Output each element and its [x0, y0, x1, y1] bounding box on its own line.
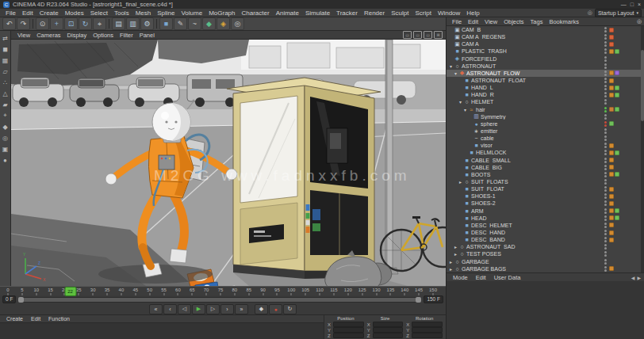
menu-window[interactable]: Window	[435, 10, 463, 17]
history-back-icon[interactable]: ◀	[631, 275, 635, 280]
texture-tag[interactable]	[609, 187, 614, 192]
visibility-dots[interactable]	[604, 85, 607, 90]
range-knob-right[interactable]	[416, 297, 421, 303]
view-layout-3-icon[interactable]: ▭	[424, 31, 432, 39]
menu-sculpt[interactable]: Sculpt	[388, 10, 412, 17]
visibility-dots[interactable]	[604, 114, 607, 120]
visibility-dots[interactable]	[604, 150, 607, 155]
minimize-button[interactable]: —	[621, 2, 627, 7]
texture-tag[interactable]	[609, 49, 614, 54]
expand-icon[interactable]: ▸	[458, 179, 463, 185]
menu-render[interactable]: Render	[361, 10, 388, 17]
visibility-dots[interactable]	[604, 63, 607, 69]
redo-icon[interactable]: ↷	[17, 17, 30, 30]
autokey-button[interactable]: ●	[269, 304, 282, 314]
coord-field-size-z[interactable]	[373, 333, 404, 338]
menu-create[interactable]: Create	[36, 10, 62, 17]
playback-mode-button[interactable]: ↻	[283, 304, 297, 314]
visibility-dot[interactable]	[604, 131, 607, 134]
am-menu-edit[interactable]: Edit	[473, 274, 489, 281]
visibility-dots[interactable]	[604, 186, 607, 192]
expand-icon[interactable]: ▸	[453, 244, 458, 249]
collapse-icon[interactable]: ▾	[453, 70, 458, 76]
visibility-dot[interactable]	[604, 161, 607, 163]
menu-volume[interactable]: Volume	[178, 10, 205, 17]
visibility-dot[interactable]	[604, 165, 607, 167]
texture-tag[interactable]	[609, 266, 614, 271]
texture-tag[interactable]	[609, 223, 614, 227]
object-row[interactable]: ■SUIT_FLOAT	[447, 185, 644, 192]
object-row[interactable]: ■HAND_L	[447, 84, 644, 91]
pen-tool-icon[interactable]: ✎	[174, 17, 187, 30]
object-row[interactable]: ■ASTRONAUT_FLOAT	[447, 77, 644, 84]
target-tag[interactable]	[609, 42, 614, 47]
visibility-dot[interactable]	[604, 240, 607, 242]
next-key-button[interactable]: ›	[220, 304, 234, 314]
menu-animate[interactable]: Animate	[273, 10, 302, 17]
menu-simulate[interactable]: Simulate	[302, 10, 333, 17]
visibility-dots[interactable]	[604, 237, 607, 242]
visibility-dot[interactable]	[604, 110, 607, 112]
visibility-dot[interactable]	[604, 226, 607, 228]
visibility-dot[interactable]	[604, 219, 607, 221]
visibility-dot[interactable]	[604, 269, 607, 272]
visibility-dots[interactable]	[604, 128, 607, 134]
range-start-field[interactable]: 0 F	[2, 295, 16, 303]
object-row[interactable]: ■HAND_R	[447, 91, 644, 98]
phong-tag[interactable]	[615, 93, 619, 97]
object-row[interactable]: ■ARM	[447, 208, 644, 215]
visibility-dot[interactable]	[604, 99, 607, 101]
visibility-dot[interactable]	[604, 114, 607, 116]
target-tag[interactable]	[609, 28, 614, 32]
object-row[interactable]: ▥Symmetry	[447, 113, 644, 120]
visibility-dot[interactable]	[604, 135, 607, 138]
range-knob-left[interactable]	[18, 297, 24, 303]
visibility-dot[interactable]	[604, 193, 607, 196]
visibility-dots[interactable]	[604, 107, 607, 112]
expand-icon[interactable]: ▸	[453, 251, 458, 257]
rotate-tool-icon[interactable]: ↻	[79, 17, 92, 30]
visibility-dot[interactable]	[604, 59, 607, 62]
visibility-dot[interactable]	[604, 107, 607, 109]
menu-file[interactable]: File	[2, 10, 19, 17]
material-menu-edit[interactable]: Edit	[28, 316, 44, 322]
menu-mograph[interactable]: MoGraph	[205, 10, 238, 17]
visibility-dots[interactable]	[604, 34, 607, 40]
visibility-dot[interactable]	[604, 204, 607, 206]
visibility-dots[interactable]	[604, 208, 607, 214]
visibility-dot[interactable]	[604, 70, 607, 73]
visibility-dot[interactable]	[604, 37, 607, 40]
range-slider[interactable]	[18, 297, 421, 303]
viewport-menu-cameras[interactable]: Cameras	[33, 32, 63, 39]
visibility-dots[interactable]	[604, 193, 607, 199]
coord-field-rotation-y[interactable]	[412, 327, 443, 333]
object-row[interactable]: ∗emitter	[447, 128, 644, 135]
phong-tag[interactable]	[615, 172, 619, 177]
object-manager-scrollbar[interactable]	[641, 26, 644, 272]
visibility-dot[interactable]	[604, 244, 607, 246]
render-view-icon[interactable]: ▤	[112, 17, 125, 30]
visibility-dots[interactable]	[604, 41, 607, 47]
scale-tool-icon[interactable]: ⊡	[64, 17, 78, 30]
visibility-dots[interactable]	[604, 215, 607, 221]
collapse-icon[interactable]: ▾	[462, 107, 468, 112]
visibility-dot[interactable]	[604, 139, 607, 141]
visibility-dots[interactable]	[604, 143, 607, 148]
texture-tag[interactable]	[609, 238, 614, 242]
goto-start-button[interactable]: «	[149, 304, 163, 314]
visibility-dot[interactable]	[604, 128, 607, 131]
collapse-icon[interactable]: ▾	[448, 63, 454, 69]
search-icon[interactable]: ◎	[588, 10, 592, 16]
visibility-dots[interactable]	[604, 244, 607, 249]
object-row[interactable]: ▸○SUIT_FLOATS	[447, 178, 644, 185]
viewport-menu-view[interactable]: View	[14, 32, 33, 39]
visibility-dot[interactable]	[604, 182, 607, 185]
viewport-menu-filter[interactable]: Filter	[117, 32, 136, 39]
texture-tag[interactable]	[609, 172, 614, 177]
visibility-dot[interactable]	[604, 189, 607, 192]
object-row[interactable]: ■BOOTS	[447, 171, 644, 178]
expand-icon[interactable]: ▸	[448, 259, 454, 265]
visibility-dots[interactable]	[604, 230, 607, 235]
object-row[interactable]: ■DESC_BAND	[447, 236, 644, 243]
menu-tracker[interactable]: Tracker	[333, 10, 361, 17]
